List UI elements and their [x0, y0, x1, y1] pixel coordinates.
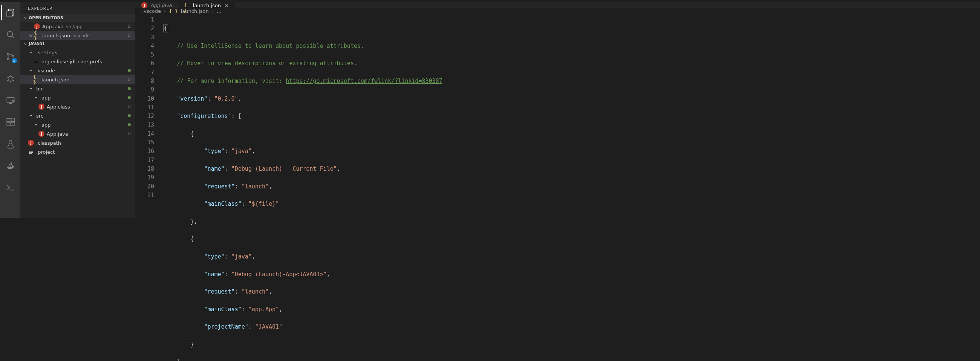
open-editors-section[interactable]: OPEN EDITORS	[21, 14, 135, 22]
tree-item[interactable]: src	[21, 111, 135, 120]
project-label: JAVA01	[29, 41, 45, 46]
java-icon: J	[38, 131, 45, 137]
java-icon: J	[38, 103, 45, 110]
file-icon	[28, 149, 33, 154]
svg-rect-8	[7, 97, 14, 102]
tree-item[interactable]: org.eclipse.jdt.core.prefs	[21, 57, 135, 66]
tree-item[interactable]: app	[21, 120, 135, 129]
activity-search-icon[interactable]	[1, 27, 19, 42]
project-section[interactable]: JAVA01	[21, 40, 135, 48]
json-icon: { }	[34, 30, 40, 41]
svg-rect-17	[29, 151, 33, 151]
code-editor[interactable]: 123456789101112131415161718192021 { // U…	[135, 14, 980, 361]
git-status: U	[127, 131, 131, 137]
breadcrumb[interactable]: .vscode › { } launch.json › ...	[135, 8, 980, 14]
tab-strip: JApp.java{ }launch.json×	[135, 2, 980, 8]
svg-rect-19	[29, 153, 32, 154]
tree-item[interactable]: JApp.classU	[21, 102, 135, 111]
tree-item[interactable]: J.classpath	[21, 138, 135, 147]
activity-scm-icon[interactable]: 5	[1, 49, 19, 64]
chevron-down-icon	[29, 50, 33, 55]
editor-tab[interactable]: { }launch.json×	[178, 2, 235, 8]
tree-label: .vscode	[36, 68, 126, 73]
line-number: 21	[135, 191, 154, 200]
chevron-down-icon	[29, 113, 33, 118]
chevron-down-icon	[29, 68, 33, 73]
git-status: U	[126, 24, 131, 29]
editor-tab[interactable]: JApp.java	[135, 2, 178, 8]
tree-item[interactable]: { }launch.jsonU	[21, 75, 135, 84]
line-number: 4	[135, 42, 154, 51]
svg-rect-13	[11, 118, 15, 122]
editor-area: JApp.java{ }launch.json× .vscode › { } l…	[135, 2, 980, 218]
chevron-down-icon	[34, 122, 38, 127]
line-number: 19	[135, 173, 154, 182]
svg-point-6	[12, 55, 14, 57]
modified-dot	[128, 123, 131, 126]
modified-dot	[128, 114, 131, 117]
line-number: 15	[135, 138, 154, 147]
line-number: 13	[135, 121, 154, 130]
tree-label: bin	[36, 86, 126, 92]
modified-dot	[128, 69, 131, 72]
line-number: 18	[135, 165, 154, 173]
java-icon: J	[34, 23, 40, 29]
line-number: 17	[135, 156, 154, 165]
tree-label: org.eclipse.jdt.core.prefs	[41, 59, 126, 64]
activity-extensions-icon[interactable]	[1, 115, 19, 130]
tree-label: .classpath	[36, 140, 126, 146]
line-number: 14	[135, 130, 154, 138]
open-editor-item[interactable]: ×{ }launch.json.vscodeU	[21, 31, 135, 40]
activity-terminal-icon[interactable]	[1, 180, 19, 195]
tree-label: app	[41, 122, 126, 128]
code-lines[interactable]: { // Use IntelliSense to learn about pos…	[163, 14, 980, 361]
breadcrumb-seg: .vscode	[142, 8, 161, 14]
tree-label: src	[36, 113, 126, 119]
line-number: 7	[135, 68, 154, 77]
svg-rect-16	[34, 63, 37, 63]
line-number: 1	[135, 16, 154, 24]
tab-label: launch.json	[193, 3, 221, 8]
svg-point-7	[8, 76, 13, 81]
line-number: 11	[135, 103, 154, 112]
tree-item[interactable]: JApp.javaU	[21, 129, 135, 138]
activity-testing-icon[interactable]	[1, 137, 19, 151]
line-number: 8	[135, 77, 154, 86]
svg-rect-15	[34, 62, 38, 62]
activity-explorer-icon[interactable]	[1, 5, 19, 20]
svg-point-4	[7, 53, 9, 55]
json-icon: { }	[33, 74, 39, 85]
file-tree: .settingsorg.eclipse.jdt.core.prefs.vsco…	[21, 48, 135, 156]
tree-item[interactable]: app	[21, 93, 135, 102]
java-icon: J	[28, 140, 34, 146]
activity-docker-icon[interactable]	[1, 158, 19, 173]
tab-label: App.java	[150, 3, 172, 8]
svg-point-9	[12, 100, 14, 102]
tree-item[interactable]: bin	[21, 84, 135, 93]
file-label: App.javasrc/app	[42, 24, 126, 29]
svg-point-2	[7, 31, 13, 37]
open-editors-list: JApp.javasrc/appU×{ }launch.json.vscodeU	[21, 22, 135, 40]
modified-dot	[128, 87, 131, 90]
git-status: U	[127, 104, 131, 109]
line-number: 5	[135, 51, 154, 59]
tree-item[interactable]: .settings	[21, 48, 135, 57]
close-icon[interactable]: ×	[224, 3, 229, 8]
git-status: U	[127, 77, 131, 82]
svg-rect-14	[34, 60, 38, 61]
tree-item[interactable]: .project	[21, 147, 135, 156]
tree-label: App.class	[47, 104, 126, 110]
activity-debug-icon[interactable]	[1, 71, 19, 86]
tree-label: .project	[36, 149, 126, 155]
git-status: U	[126, 33, 131, 38]
breadcrumb-seg: ...	[217, 8, 221, 14]
line-number: 12	[135, 112, 154, 121]
close-icon[interactable]: ×	[28, 32, 34, 38]
line-number: 9	[135, 86, 154, 94]
activity-remote-icon[interactable]	[1, 93, 19, 108]
activity-bar: 5	[0, 2, 21, 218]
open-editors-label: OPEN EDITORS	[29, 16, 63, 20]
line-number: 3	[135, 33, 154, 42]
svg-rect-12	[11, 122, 14, 126]
modified-dot	[128, 96, 131, 99]
